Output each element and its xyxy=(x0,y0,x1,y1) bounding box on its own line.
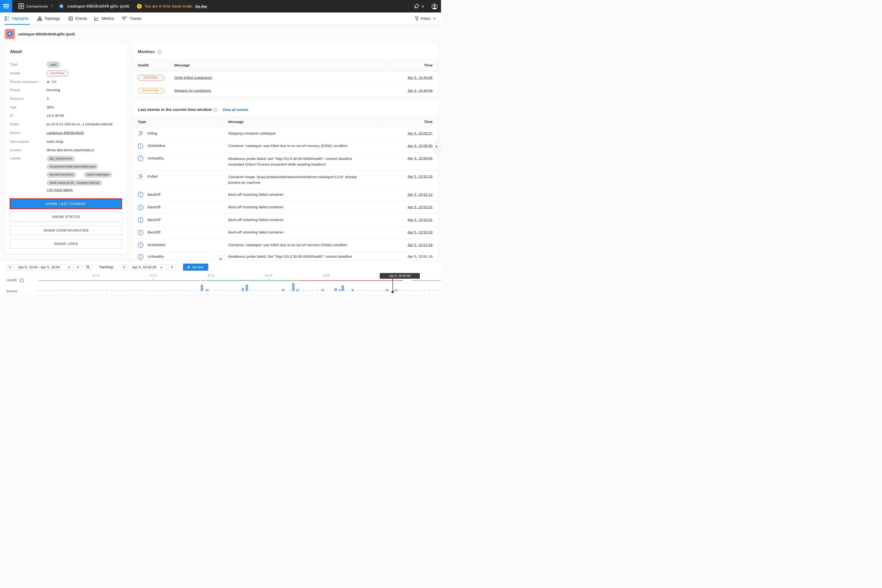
svg-text:?: ? xyxy=(159,50,160,53)
svg-text:?: ? xyxy=(214,108,216,111)
svg-text:?: ? xyxy=(21,279,22,282)
